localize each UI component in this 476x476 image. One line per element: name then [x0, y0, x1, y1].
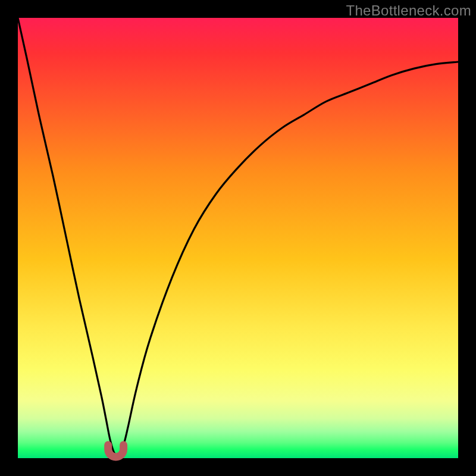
watermark-text: TheBottleneck.com — [346, 2, 471, 19]
plot-area — [18, 18, 458, 458]
chart-canvas: TheBottleneck.com — [0, 0, 476, 476]
curve-path — [18, 18, 460, 455]
bottleneck-curve — [18, 18, 458, 458]
minimum-marker — [108, 445, 124, 457]
